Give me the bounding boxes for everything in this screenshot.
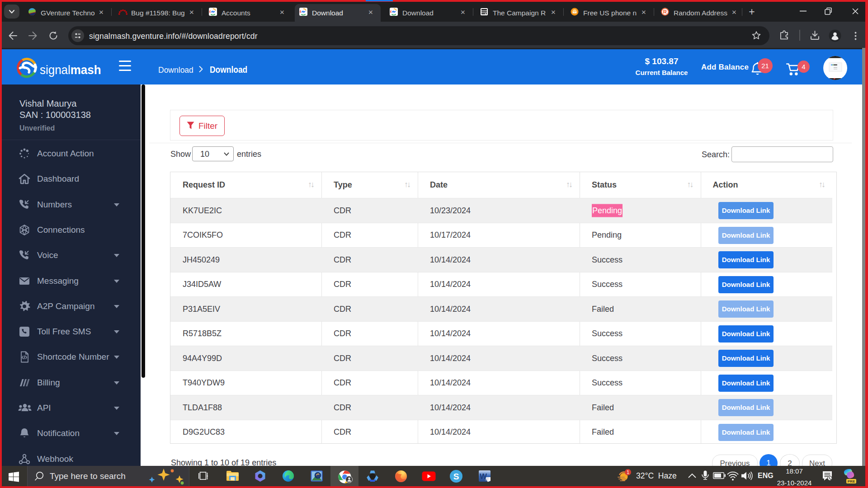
svg-text:W: W: [480, 472, 487, 481]
svg-text:1: 1: [627, 469, 629, 475]
svg-text:R: R: [663, 9, 667, 14]
svg-text:S: S: [453, 472, 459, 481]
svg-text:PRE: PRE: [848, 479, 855, 483]
